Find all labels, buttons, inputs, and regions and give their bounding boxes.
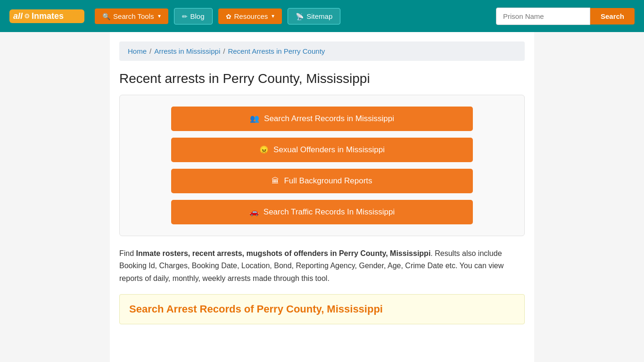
search-arrests-button[interactable]: Search Arrest Records in Mississippi (171, 107, 473, 131)
search-arrests-label: Search Arrest Records in Mississippi (264, 114, 394, 123)
blog-icon (182, 12, 188, 20)
sexual-offenders-button[interactable]: Sexual Offenders in Mississippi (171, 138, 473, 162)
search-tools-label: Search Tools (113, 12, 154, 20)
description-paragraph: Find Inmate rosters, recent arrests, mug… (119, 247, 525, 285)
blog-button[interactable]: Blog (174, 8, 213, 25)
car-icon (249, 207, 259, 217)
breadcrumb: Home / Arrests in Mississippi / Recent A… (119, 41, 525, 61)
breadcrumb-home[interactable]: Home (128, 47, 147, 55)
breadcrumb-current: Recent Arrests in Perry County (228, 47, 325, 55)
offender-icon (259, 145, 269, 155)
header-search-area: Search (496, 8, 635, 25)
sitemap-label: Sitemap (306, 12, 332, 20)
resources-button[interactable]: Resources ▾ (218, 8, 282, 24)
sitemap-button[interactable]: Sitemap (288, 8, 340, 25)
breadcrumb-sep-2: / (223, 47, 225, 55)
background-reports-label: Full Background Reports (284, 176, 372, 186)
traffic-records-button[interactable]: Search Traffic Records In Mississippi (171, 200, 473, 224)
description-prefix: Find (119, 249, 136, 257)
logo-gear-icon: ⚙ (24, 12, 30, 20)
site-header: all ⚙ Inmates .org Search Tools ▾ Blog R… (0, 0, 644, 32)
traffic-records-label: Search Traffic Records In Mississippi (264, 207, 395, 217)
logo[interactable]: all ⚙ Inmates .org (9, 9, 84, 23)
breadcrumb-arrests-ms[interactable]: Arrests in Mississippi (154, 47, 220, 55)
chevron-down-icon-2: ▾ (272, 13, 274, 19)
search-tools-button[interactable]: Search Tools ▾ (95, 8, 168, 24)
breadcrumb-sep-1: / (149, 47, 151, 55)
chevron-down-icon: ▾ (158, 13, 161, 19)
main-content: Home / Arrests in Mississippi / Recent A… (110, 32, 534, 362)
logo-text-org: .org (65, 11, 81, 21)
action-panel: Search Arrest Records in Mississippi Sex… (119, 95, 525, 236)
logo-text-all: all (13, 11, 23, 21)
resources-icon (226, 12, 231, 20)
sitemap-icon (296, 12, 304, 20)
resources-label: Resources (234, 12, 268, 20)
background-reports-button[interactable]: Full Background Reports (171, 169, 473, 193)
sexual-offenders-label: Sexual Offenders in Mississippi (273, 145, 385, 155)
search-records-section: Search Arrest Records of Perry County, M… (119, 294, 525, 324)
page-title: Recent arrests in Perry County, Mississi… (119, 71, 525, 86)
building-icon (272, 176, 279, 186)
prison-name-input[interactable] (496, 8, 590, 25)
search-section-title: Search Arrest Records of Perry County, M… (129, 303, 515, 315)
blog-label: Blog (190, 12, 205, 20)
logo-text-inmates: Inmates (32, 11, 64, 21)
users-icon (250, 114, 259, 123)
description-bold: Inmate rosters, recent arrests, mugshots… (136, 249, 431, 257)
header-search-button[interactable]: Search (590, 8, 635, 25)
search-icon (102, 12, 110, 20)
header-search-label: Search (601, 12, 624, 20)
